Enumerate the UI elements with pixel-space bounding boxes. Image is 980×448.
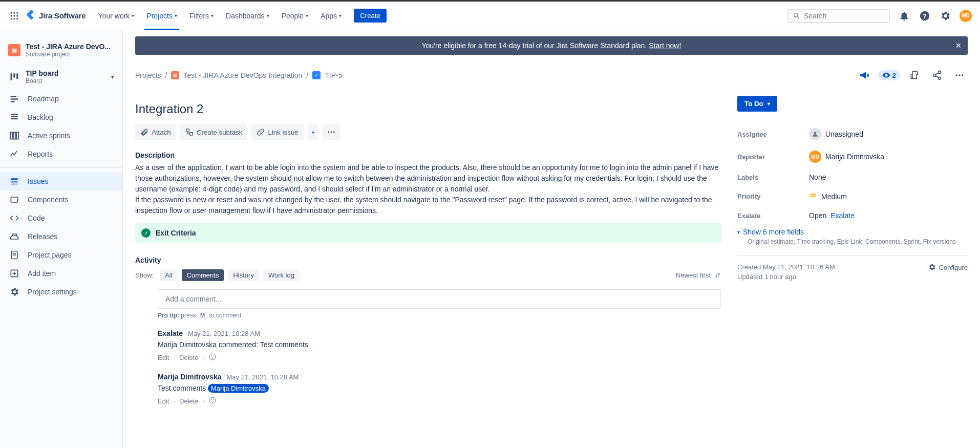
project-name: Test - JIRA Azure DevO... — [26, 42, 111, 51]
sidebar-board-toggle[interactable]: TIP board Board ▾ — [0, 65, 122, 89]
breadcrumb: Projects / ▦ Test - JIRA Azure DevOps In… — [135, 71, 342, 79]
jira-logo[interactable]: Jira Software — [26, 9, 86, 22]
banner-close-icon[interactable]: ✕ — [955, 41, 962, 50]
nav-apps[interactable]: Apps▾ — [316, 2, 346, 30]
nav-dashboards[interactable]: Dashboards▾ — [222, 2, 273, 30]
comment-edit[interactable]: Edit — [158, 354, 169, 361]
help-icon[interactable]: ? — [917, 8, 933, 24]
svg-point-41 — [209, 354, 216, 360]
svg-rect-11 — [11, 73, 12, 80]
exalate-link[interactable]: Exalate — [830, 211, 855, 220]
reports-icon — [8, 149, 20, 159]
nav-people[interactable]: People▾ — [278, 2, 313, 30]
add-comment-input[interactable]: Add a comment... — [158, 289, 721, 309]
feedback-icon[interactable] — [856, 67, 872, 83]
priority-label: Priority — [737, 193, 809, 200]
svg-rect-12 — [13, 73, 15, 77]
exalate-label: Exalate — [737, 212, 809, 220]
tab-comments[interactable]: Comments — [182, 269, 224, 281]
assignee-value[interactable]: Unassigned — [809, 128, 968, 140]
sidebar-components[interactable]: Components — [0, 190, 122, 209]
code-icon — [8, 213, 20, 223]
crumb-project[interactable]: Test - JIRA Azure DevOps Integration — [183, 71, 302, 79]
status-button[interactable]: To Do▾ — [737, 96, 777, 112]
sidebar-releases[interactable]: Releases — [0, 227, 122, 246]
more-issue-actions[interactable] — [323, 124, 340, 140]
exalate-value[interactable]: Open Exalate — [809, 211, 968, 220]
attach-button[interactable]: Attach — [135, 124, 176, 140]
sidebar-project-settings[interactable]: Project settings — [0, 283, 122, 301]
tab-history[interactable]: History — [228, 269, 259, 281]
svg-rect-26 — [11, 197, 17, 202]
tab-all[interactable]: All — [160, 269, 177, 281]
issue-title[interactable]: Integration 2 — [135, 102, 721, 116]
sidebar-project-pages[interactable]: Project pages — [0, 246, 122, 264]
notifications-icon[interactable] — [896, 8, 912, 24]
roadmap-icon — [8, 94, 20, 104]
create-button[interactable]: Create — [354, 9, 387, 23]
watch-button[interactable]: 2 — [878, 70, 900, 80]
comment-delete[interactable]: Delete — [179, 397, 199, 405]
settings-icon[interactable] — [937, 8, 953, 24]
comment-author[interactable]: Exalate — [158, 329, 183, 337]
issue-type-icon: ✓ — [312, 71, 321, 79]
user-avatar[interactable]: MD — [957, 8, 974, 24]
comment-delete[interactable]: Delete — [179, 354, 199, 361]
crumb-projects[interactable]: Projects — [135, 71, 161, 79]
comment-avatar: MD — [135, 373, 152, 389]
pro-tip: Pro tip: press M to comment — [158, 312, 721, 319]
sidebar-issues[interactable]: Issues — [0, 172, 122, 190]
search-input[interactable] — [804, 12, 893, 20]
svg-point-8 — [16, 18, 18, 19]
svg-point-35 — [962, 74, 963, 76]
sidebar-backlog[interactable]: Backlog — [0, 108, 122, 126]
create-subtask-button[interactable]: Create subtask — [180, 124, 248, 140]
crumb-key[interactable]: TIP-5 — [325, 71, 342, 79]
project-icon: ▦ — [8, 44, 20, 56]
react-icon[interactable] — [208, 396, 217, 406]
reporter-label: Reporter — [737, 153, 809, 161]
labels-label: Labels — [737, 174, 809, 181]
link-dropdown-button[interactable]: ▾ — [308, 124, 318, 140]
more-actions-icon[interactable] — [951, 67, 968, 83]
reporter-value[interactable]: MD Marija Dimitrovska — [809, 151, 968, 163]
svg-point-5 — [16, 15, 18, 16]
svg-point-0 — [11, 12, 12, 13]
nav-your-work[interactable]: Your work▾ — [94, 2, 139, 30]
search-input-wrap[interactable] — [787, 9, 890, 23]
sort-toggle[interactable]: Newest first — [676, 271, 721, 279]
share-icon[interactable] — [929, 67, 945, 83]
svg-rect-23 — [11, 178, 17, 180]
description-text[interactable]: As a user of the application, I want to … — [135, 162, 721, 216]
sidebar-reports[interactable]: Reports — [0, 145, 122, 163]
comment-edit[interactable]: Edit — [158, 397, 169, 405]
priority-value[interactable]: Medium — [809, 191, 968, 201]
react-icon[interactable] — [208, 353, 217, 362]
sidebar-project[interactable]: ▦ Test - JIRA Azure DevO... Software pro… — [0, 38, 122, 62]
sidebar-roadmap[interactable]: Roadmap — [0, 90, 122, 108]
vote-icon[interactable] — [906, 67, 923, 83]
nav-filters[interactable]: Filters▾ — [185, 2, 218, 30]
tab-work-log[interactable]: Work log — [263, 269, 300, 281]
nav-projects[interactable]: Projects▾ — [142, 2, 181, 30]
comment-text: Marija Dimitrovska commented: Test comme… — [158, 340, 721, 349]
comment-text: Test comments Marija Dimitrovska — [158, 384, 721, 392]
svg-point-34 — [958, 74, 960, 76]
sidebar-active-sprints[interactable]: Active sprints — [0, 126, 122, 145]
user-mention[interactable]: Marija Dimitrovska — [208, 384, 269, 393]
comment-author[interactable]: Marija Dimitrovska — [158, 373, 222, 381]
svg-rect-24 — [11, 181, 17, 182]
sidebar-code[interactable]: Code — [0, 209, 122, 227]
banner-start-link[interactable]: Start now! — [649, 41, 681, 50]
sidebar-add-item[interactable]: Add item — [0, 264, 122, 283]
show-more-fields[interactable]: ▾Show 6 more fields — [737, 228, 968, 236]
created-date: Created May 21, 2021, 10:26 AM — [737, 263, 835, 271]
svg-point-38 — [328, 132, 329, 133]
svg-point-42 — [211, 356, 212, 356]
svg-point-1 — [13, 12, 15, 13]
app-switcher[interactable] — [6, 8, 23, 24]
configure-button[interactable]: Configure — [928, 263, 968, 271]
exit-criteria-panel[interactable]: ✓ Exit Criteria — [135, 223, 721, 243]
labels-value[interactable]: None — [809, 173, 968, 181]
link-issue-button[interactable]: Link issue — [251, 124, 303, 140]
